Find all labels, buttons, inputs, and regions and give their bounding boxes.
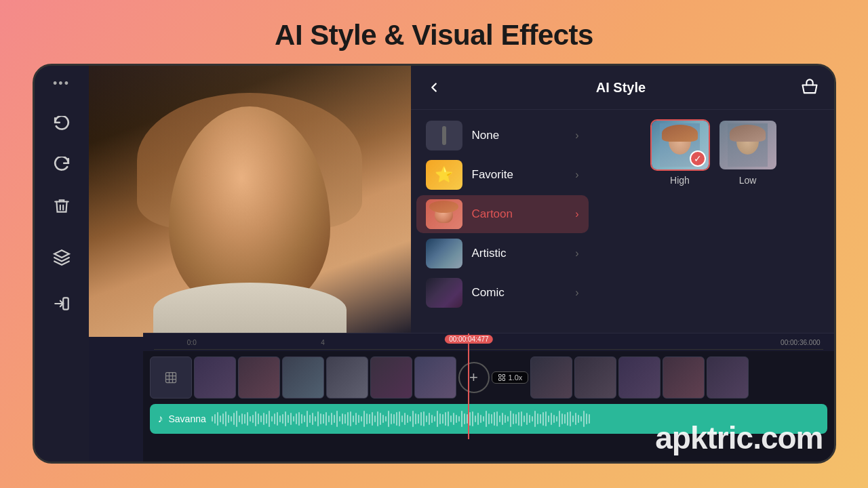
ai-style-panel: AI Style <box>411 66 834 337</box>
clip-thumb-icon <box>150 357 192 399</box>
clip-11 <box>707 357 749 399</box>
waveform-bar <box>222 413 224 424</box>
style-item-artistic[interactable]: Artistic › <box>416 235 589 272</box>
style-item-favorite[interactable]: ⭐ Favorite › <box>416 156 589 194</box>
waveform-bar <box>431 415 433 423</box>
sidebar: ••• <box>35 66 89 462</box>
speed-value: 1.0x <box>509 373 523 382</box>
waveform-bar <box>412 411 414 427</box>
waveform-bar <box>269 411 270 427</box>
style-label-cartoon: Cartoon <box>472 207 576 221</box>
waveform-bar <box>491 414 492 424</box>
video-thumbnail <box>89 66 411 337</box>
waveform-bar <box>288 415 289 423</box>
playhead: 00:00:04:477 <box>468 333 469 439</box>
waveform-bar <box>434 416 435 422</box>
waveform-bar <box>301 414 302 424</box>
style-list: None › ⭐ Favorite › <box>411 110 594 337</box>
style-chevron-favorite: › <box>575 169 578 181</box>
panel-title: AI Style <box>453 80 789 96</box>
waveform-bar <box>426 415 427 422</box>
waveform-bar <box>548 415 549 422</box>
waveform-bar <box>561 413 563 424</box>
waveform-bar <box>271 416 273 422</box>
style-label-comic: Comic <box>472 286 576 300</box>
waveform-bar <box>480 415 481 423</box>
waveform-bar <box>532 416 533 422</box>
layers-button[interactable] <box>50 245 74 270</box>
waveform-bar <box>239 415 240 422</box>
waveform-bar <box>323 414 324 424</box>
waveform-bar <box>540 414 541 424</box>
waveform-bar <box>331 413 332 425</box>
waveform-bar <box>407 415 408 423</box>
waveform-bar <box>580 416 582 422</box>
panel-header: AI Style <box>411 66 834 110</box>
redo-button[interactable] <box>50 153 74 178</box>
undo-button[interactable] <box>50 113 74 137</box>
waveform-bar <box>472 411 473 426</box>
quality-option-high[interactable]: ✓ High <box>650 119 710 186</box>
waveform-bar <box>518 412 519 426</box>
waveform-bar <box>277 412 278 426</box>
clip-5 <box>370 357 412 399</box>
clip-2 <box>238 357 280 399</box>
waveform-bar <box>225 411 226 426</box>
quality-check-icon: ✓ <box>690 150 706 167</box>
waveform-bar <box>442 414 443 424</box>
waveform-bar <box>448 411 449 426</box>
shop-button[interactable] <box>797 75 822 100</box>
waveform-bar <box>380 413 381 425</box>
waveform-bar <box>502 413 503 425</box>
thumb-none-bg <box>426 121 462 150</box>
waveform-bar <box>437 411 438 427</box>
quality-option-low[interactable]: Low <box>718 119 778 186</box>
style-thumbnail-cartoon <box>426 199 462 229</box>
delete-button[interactable] <box>50 194 74 218</box>
waveform-bar <box>515 414 517 424</box>
waveform-bar <box>263 413 264 425</box>
waveform-bar <box>282 414 283 424</box>
quality-label-low: Low <box>739 175 757 186</box>
thumb-cartoon-bg <box>426 199 462 229</box>
add-clip-button[interactable]: + <box>458 362 490 393</box>
total-time-display: 00:00:36.000 <box>781 339 820 346</box>
waveform-bar <box>293 416 294 422</box>
style-item-cartoon[interactable]: Cartoon › <box>416 195 589 233</box>
waveform-bar <box>285 411 286 426</box>
style-item-comic[interactable]: Comic › <box>416 274 589 312</box>
style-chevron-cartoon: › <box>575 208 578 220</box>
style-chevron-artistic: › <box>575 247 578 260</box>
waveform-bar <box>396 412 397 426</box>
waveform-bar <box>496 411 498 426</box>
waveform-bar <box>290 413 292 425</box>
waveform-bar <box>572 415 574 422</box>
speed-badge: 1.0x <box>492 371 529 384</box>
back-button[interactable] <box>423 77 445 98</box>
waveform-bar <box>583 411 585 427</box>
style-item-none[interactable]: None › <box>416 117 589 155</box>
waveform-bar <box>456 415 457 423</box>
waveform-bar <box>551 413 552 425</box>
thumb-favorite-bg: ⭐ <box>426 160 462 190</box>
style-thumbnail-artistic <box>426 239 462 268</box>
waveform-bar <box>567 412 568 426</box>
waveform-bar <box>342 413 343 424</box>
waveform-bar <box>388 411 389 427</box>
style-label-none: None <box>472 129 576 142</box>
waveform-bar <box>241 413 243 424</box>
waveform-bar <box>231 416 232 422</box>
waveform-bar <box>326 412 327 426</box>
waveform-bar <box>477 413 479 425</box>
waveform-bar <box>391 413 392 424</box>
waveform-bar <box>488 413 490 424</box>
thumb-comic-bg <box>426 278 462 308</box>
style-thumbnail-comic <box>426 278 462 308</box>
waveform-bar <box>418 414 419 424</box>
waveform-bar <box>559 411 560 427</box>
main-content: AI Style <box>89 66 834 462</box>
push-right-button[interactable] <box>50 291 74 316</box>
waveform-bar <box>542 412 544 426</box>
watermark: apktric.com <box>655 420 823 456</box>
waveform-bar <box>334 415 335 423</box>
